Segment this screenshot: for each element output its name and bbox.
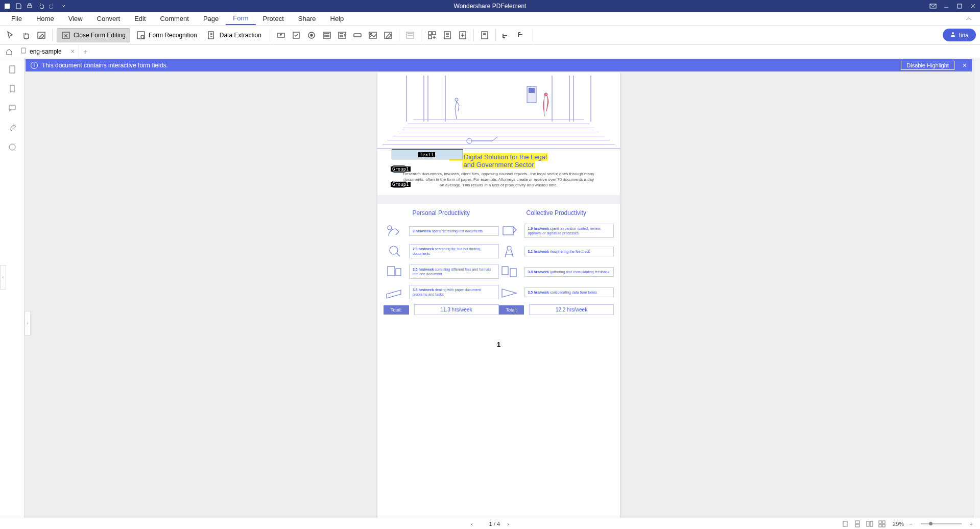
svg-rect-48 [870, 521, 873, 526]
maximize-icon[interactable] [955, 2, 964, 10]
compile-icon [384, 263, 404, 280]
menu-comment[interactable]: Comment [153, 13, 196, 25]
svg-rect-30 [10, 66, 15, 73]
save-icon[interactable] [14, 2, 22, 10]
info-icon: i [31, 62, 38, 69]
user-account-button[interactable]: tina [943, 29, 976, 41]
close-form-icon [61, 31, 70, 40]
svg-rect-17 [354, 34, 361, 37]
pdf-page: Text1 Group1 Group1 The Digital Solution… [377, 73, 620, 518]
thumbnails-panel-icon[interactable] [5, 62, 19, 77]
align-tool-b-icon[interactable] [515, 29, 529, 42]
document-tab[interactable]: eng-sample × [16, 45, 79, 58]
form-recognition-button[interactable]: Form Recognition [132, 29, 201, 42]
dropdown-icon[interactable] [59, 2, 67, 10]
next-page-icon[interactable]: › [507, 521, 509, 527]
print-icon[interactable] [26, 2, 34, 10]
document-canvas[interactable]: Text1 Group1 Group1 The Digital Solution… [25, 73, 973, 518]
menu-protect[interactable]: Protect [256, 13, 291, 25]
checkbox-field-icon[interactable] [290, 29, 303, 42]
radio-field-icon[interactable] [305, 29, 318, 42]
panel-collapse-right-icon[interactable]: › [25, 311, 31, 335]
collective-row-0: 1.9 hrs/week spent on version control, r… [524, 224, 614, 238]
personal-row-1: 2.3 hrs/week searching for, but not find… [409, 244, 499, 258]
image-field-icon[interactable] [366, 29, 379, 42]
menu-help[interactable]: Help [323, 13, 351, 25]
svg-point-9 [141, 35, 144, 38]
bookmarks-panel-icon[interactable] [5, 82, 19, 96]
select-tool-icon[interactable] [4, 29, 17, 42]
svg-rect-10 [208, 32, 213, 39]
svg-rect-52 [882, 524, 885, 527]
comments-panel-icon[interactable] [5, 101, 19, 115]
view-facing-icon[interactable] [865, 520, 874, 528]
home-tab-icon[interactable] [2, 45, 16, 58]
add-tab-button[interactable]: + [79, 47, 91, 56]
mail-icon[interactable] [929, 2, 937, 10]
svg-rect-0 [5, 4, 10, 9]
svg-rect-29 [21, 48, 26, 53]
zoom-in-icon[interactable]: + [968, 521, 975, 527]
svg-rect-24 [428, 36, 432, 39]
menu-share[interactable]: Share [291, 13, 323, 25]
menu-page[interactable]: Page [196, 13, 226, 25]
undo-icon[interactable] [37, 2, 45, 10]
menu-edit[interactable]: Edit [127, 13, 153, 25]
close-window-icon[interactable] [969, 2, 977, 10]
zoom-slider[interactable] [921, 523, 962, 524]
data-extraction-button[interactable]: Data Extraction [203, 29, 266, 42]
form-info-bar: i This document contains interactive for… [26, 59, 972, 71]
form-tool-c-icon[interactable] [456, 29, 469, 42]
edit-tool-icon[interactable] [35, 29, 48, 42]
personal-row-2: 3.5 hrs/week compiling different files a… [409, 264, 499, 279]
close-tab-icon[interactable]: × [71, 48, 75, 55]
svg-rect-50 [882, 521, 885, 523]
view-facing-continuous-icon[interactable] [877, 520, 887, 528]
close-form-editing-button[interactable]: Close Form Editing [57, 28, 130, 42]
collective-row-1: 3.1 hrs/week deciphering the feedback [524, 247, 614, 256]
button-field-icon[interactable] [351, 29, 364, 42]
search-panel-icon[interactable] [5, 140, 19, 154]
user-icon [950, 31, 956, 39]
form-tool-a-icon[interactable] [425, 29, 439, 42]
collapse-ribbon-icon[interactable] [962, 12, 976, 26]
menu-home[interactable]: Home [29, 13, 61, 25]
close-info-icon[interactable]: × [963, 61, 967, 69]
form-recognition-icon [136, 31, 146, 40]
disable-highlight-button[interactable]: Disable Highlight [901, 61, 954, 70]
minimize-icon[interactable] [942, 2, 950, 10]
page-input[interactable] [480, 521, 492, 527]
app-logo-icon [3, 2, 11, 10]
view-single-icon[interactable] [841, 520, 850, 528]
svg-rect-49 [879, 521, 881, 523]
svg-point-28 [952, 32, 954, 34]
collective-row-2: 3.8 hrs/week gathering and consolidating… [524, 267, 614, 277]
redo-icon[interactable] [48, 2, 56, 10]
form-properties-icon[interactable] [478, 29, 491, 42]
combobox-field-icon[interactable] [320, 29, 333, 42]
signature-field-icon[interactable] [381, 29, 395, 42]
panel-collapse-left-icon[interactable]: ‹ [0, 265, 6, 290]
prev-page-icon[interactable]: ‹ [471, 521, 473, 527]
zoom-out-icon[interactable]: − [907, 521, 914, 527]
menu-file[interactable]: File [4, 13, 29, 25]
version-icon [499, 223, 519, 239]
text-field-icon[interactable] [274, 29, 288, 42]
personal-total-label: Total: [384, 305, 409, 315]
hand-tool-icon[interactable] [19, 29, 33, 42]
form-recognition-label: Form Recognition [149, 32, 197, 39]
form-tool-b-icon[interactable] [441, 29, 454, 42]
menu-form[interactable]: Form [226, 12, 255, 25]
attachments-panel-icon[interactable] [5, 121, 19, 135]
svg-point-14 [310, 34, 313, 36]
align-tool-a-icon[interactable] [500, 29, 513, 42]
fallen-figure-icon [464, 136, 500, 146]
vertical-scrollbar[interactable] [973, 58, 980, 518]
menu-convert[interactable]: Convert [90, 13, 128, 25]
personal-total-value: 11.3 hrs/week [414, 304, 499, 315]
listbox-field-icon[interactable] [336, 29, 349, 42]
svg-rect-25 [444, 32, 450, 39]
view-continuous-icon[interactable] [853, 520, 862, 528]
more-fields-icon[interactable] [403, 29, 417, 42]
menu-view[interactable]: View [61, 13, 90, 25]
